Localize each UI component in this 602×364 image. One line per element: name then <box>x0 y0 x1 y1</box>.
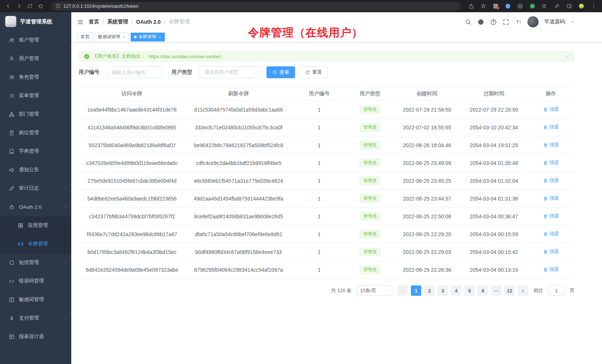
force-logout-button[interactable]: 强退 <box>543 231 559 237</box>
profile-icon[interactable] <box>577 1 586 11</box>
user-type-badge: 管理员 <box>360 105 380 114</box>
create-time-cell: 2022-07-29 21:58:50 <box>393 101 460 119</box>
sidebar-item-oauth2-app[interactable]: 应用管理 <box>0 216 71 235</box>
sidebar-item-pay[interactable]: 支付管理 <box>0 309 71 327</box>
sidebar-item-post[interactable]: 岗位管理 <box>0 123 71 142</box>
force-logout-button[interactable]: 强退 <box>543 159 559 166</box>
ext-red-badge-icon[interactable] <box>491 1 500 11</box>
user-type-cell: 管理员 <box>346 172 393 190</box>
breadcrumb-separator: / <box>102 19 104 25</box>
sidebar-item-error-code[interactable]: 错误码管理 <box>0 272 71 290</box>
next-page-button[interactable]: › <box>518 285 528 296</box>
breadcrumb-item[interactable]: 令牌管理 <box>169 19 190 25</box>
table-row: 54d6be82ee5a460a9aedc1f9bf22365649d1aa46… <box>79 190 575 208</box>
back-button[interactable] <box>4 1 13 11</box>
sidebar-item-label: OAuth 2.0 <box>19 204 58 210</box>
puzzle-icon[interactable] <box>540 1 549 11</box>
question-icon[interactable] <box>490 19 497 25</box>
app-logo[interactable]: 芋道管理系统 <box>0 12 71 31</box>
sidebar-item-notice[interactable]: 通知公告 <box>0 161 71 179</box>
force-logout-button[interactable]: 强退 <box>543 213 559 219</box>
home-button[interactable] <box>36 1 45 11</box>
force-logout-button[interactable]: 强退 <box>543 266 559 273</box>
page-button-2[interactable]: 2 <box>424 285 435 296</box>
goto-page-input[interactable] <box>548 285 565 296</box>
sidebar-item-label: 报表设计器 <box>19 333 66 340</box>
github-icon[interactable] <box>478 19 484 25</box>
sidebar-item-user[interactable]: 用户管理 <box>0 49 71 68</box>
tab-home[interactable]: 首页 <box>77 33 93 42</box>
sidebar-item-dict[interactable]: 字典管理 <box>0 142 71 161</box>
force-logout-button[interactable]: 强退 <box>543 142 559 148</box>
page-button-12[interactable]: 12 <box>504 285 515 296</box>
ext-dark-icon[interactable] <box>516 1 525 11</box>
page-size-select[interactable]: 10条/页 <box>357 285 392 296</box>
force-logout-label: 强退 <box>549 231 559 237</box>
font-size-icon[interactable]: TT <box>516 19 522 25</box>
access-token-cell: 41c41346a548490f9dc8b01c6bfe0865 <box>79 119 185 136</box>
page-button-1[interactable]: 1 <box>411 285 421 296</box>
alert-close-icon[interactable] <box>565 54 569 59</box>
doc-icon <box>9 297 14 302</box>
trash-icon <box>543 178 548 183</box>
url-bar[interactable]: 127.0.0.1:1024/system/oauth2/token <box>51 2 461 11</box>
breadcrumb-item[interactable]: OAuth 2.0 <box>136 19 161 25</box>
page-button-6[interactable]: 6 <box>478 285 488 296</box>
search-icon[interactable] <box>465 19 471 25</box>
reset-button[interactable]: 重置 <box>299 66 328 78</box>
breadcrumb-item[interactable]: 首页 <box>89 19 99 25</box>
table-row: 502375b8040a469a9b82188afdf6af1fbe90422b… <box>79 136 575 154</box>
trash-icon <box>543 107 548 112</box>
menu-fold-icon[interactable] <box>77 19 84 25</box>
sidebar-item-menu[interactable]: 菜单管理 <box>0 86 71 105</box>
more-icon[interactable] <box>589 1 598 11</box>
page-button-3[interactable]: 3 <box>438 285 448 296</box>
sidebar-item-tenant[interactable]: 租户管理 <box>0 31 71 49</box>
sidebar-item-sensitive-word[interactable]: 敏感词管理 <box>0 290 71 309</box>
sidebar-item-sms[interactable]: 短信管理 <box>0 253 71 272</box>
tab-sensitive-word[interactable]: 敏感词管理 <box>95 33 129 42</box>
alert-doc-link[interactable]: https://doc.iocoder.cn/user-center/ <box>148 54 221 59</box>
action-cell: 强退 <box>527 136 575 154</box>
side-panel-icon[interactable] <box>565 1 574 11</box>
sidebar-item-oauth2[interactable]: OAuth 2.0 <box>0 198 71 216</box>
force-logout-button[interactable]: 强退 <box>543 106 559 113</box>
close-icon[interactable] <box>158 35 161 39</box>
page-button-5[interactable]: 5 <box>464 285 475 296</box>
share-icon[interactable] <box>467 1 476 11</box>
close-icon[interactable] <box>122 35 125 39</box>
page-ellipsis[interactable]: ··· <box>491 285 501 296</box>
force-logout-button[interactable]: 强退 <box>543 177 559 184</box>
sidebar-item-audit-log[interactable]: 审计日志 <box>0 179 71 198</box>
user-name[interactable]: 芋道源码 <box>544 19 565 25</box>
page-button-4[interactable]: 4 <box>451 285 461 296</box>
tab-token[interactable]: 令牌管理 <box>131 33 165 42</box>
force-logout-button[interactable]: 强退 <box>543 248 559 255</box>
force-logout-button[interactable]: 强退 <box>543 124 559 130</box>
ext-green-icon[interactable] <box>528 1 537 11</box>
force-logout-button[interactable]: 强退 <box>543 195 559 202</box>
pagination-pages: ‹123456···12› <box>397 285 528 296</box>
site-info-icon[interactable] <box>56 4 60 9</box>
forward-button[interactable] <box>14 1 24 11</box>
search-button[interactable]: 搜索 <box>266 66 295 78</box>
pin-icon[interactable] <box>552 1 562 11</box>
sidebar-item-dept[interactable]: 部门管理 <box>0 105 71 123</box>
force-logout-label: 强退 <box>549 195 559 202</box>
breadcrumb-item[interactable]: 系统管理 <box>107 19 128 25</box>
browser-chrome: 127.0.0.1:1024/system/oauth2/token <box>0 0 602 12</box>
user-id-input[interactable] <box>107 66 163 78</box>
sidebar-item-oauth2-token[interactable]: 令牌管理 <box>0 235 71 253</box>
user-avatar[interactable] <box>527 16 539 27</box>
sidebar-item-role[interactable]: 角色管理 <box>0 68 71 86</box>
star-icon[interactable] <box>479 1 488 11</box>
sidebar-item-report[interactable]: 报表设计器 <box>0 327 71 346</box>
ext-blue-icon[interactable] <box>503 1 513 11</box>
prev-page-button[interactable]: ‹ <box>397 285 408 296</box>
reload-button[interactable] <box>25 1 35 11</box>
code-icon <box>9 278 14 284</box>
fullscreen-icon[interactable] <box>503 19 509 25</box>
expire-time-cell: 2054-03-04 01:35:48 <box>461 154 527 172</box>
caret-down-icon[interactable] <box>570 20 575 24</box>
user-type-select[interactable]: 请选择用户类型 <box>200 66 262 78</box>
